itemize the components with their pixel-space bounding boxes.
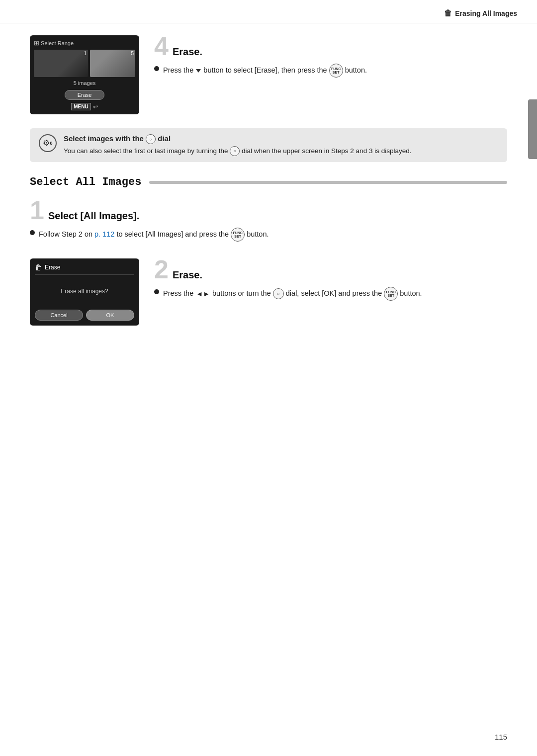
step1-b1-suffix: to select [All Images] and press the [116,230,229,238]
step2-bullet1-text: Press the ◄► buttons or turn the ○ dial,… [163,287,422,301]
header-title-text: Erasing All Images [455,9,517,17]
camera-screen-count: 5 images [34,80,135,86]
arrow-lr-icon: ◄► [196,289,210,299]
bullet-dot-1 [154,66,159,71]
step1-link[interactable]: p. 112 [94,230,114,238]
erase-screen-buttons: Cancel OK [35,310,134,321]
header-title: 🗑 Erasing All Images [444,9,517,18]
step1-title: Select [All Images]. [48,210,139,222]
tip-content: Select images with the ○ dial You can al… [64,134,411,156]
erase-screen: 🗑 Erase Erase all images? Cancel OK [30,258,139,326]
menu-label: MENU [71,103,90,110]
image-num-1: 1 [84,51,87,56]
step1-bullet1-text: Follow Step 2 on p. 112 to select [All I… [39,228,268,242]
step4-title: Erase. [173,46,202,58]
erase-screen-header: 🗑 Erase [35,263,134,275]
step1-heading: 1 Select [All Images]. [30,199,507,222]
image-num-5: 5 [131,51,134,56]
page: 🗑 Erasing All Images ⊞ Select Range 1 [0,0,537,756]
section-heading: Select All Images [30,176,507,188]
section-heading-bar [149,181,507,184]
erasing-icon: 🗑 [444,9,452,18]
tip-icon: ⚙8 [39,134,57,152]
step2-heading: 2 Erase. [154,258,507,281]
step4-b1-end: button. [345,66,367,74]
tip-body-text: You can also select the first or last im… [64,146,411,156]
func-label-2: FUNC [233,231,242,235]
step4-section: ⊞ Select Range 1 5 5 images [30,35,507,114]
func-set-btn-1: FUNC SET [329,64,343,78]
main-content: ⊞ Select Range 1 5 5 images [0,23,537,359]
erase-screen-body: Erase all images? [35,283,134,300]
camera-image-2: 5 [90,50,135,77]
step2-b1-end: button. [400,289,422,297]
erase-screen-icon: 🗑 [35,263,42,271]
cancel-btn[interactable]: Cancel [35,310,83,321]
select-all-steps: 1 Select [All Images]. Follow Step 2 on … [30,199,507,245]
step4-bullet1-text: Press the button to select [Erase], then… [163,64,367,78]
select-range-label: ⊞ Select Range [34,39,74,47]
step1-bullet1: Follow Step 2 on p. 112 to select [All I… [30,228,507,242]
step2-content: 2 Erase. Press the ◄► buttons or turn th… [154,258,507,304]
func-label: FUNC [331,67,341,71]
step2-b1-prefix: Press the [163,289,193,297]
erase-screen-title: Erase [45,264,60,271]
tip-body-prefix: You can also select the first or last im… [64,147,228,155]
func-label-3: FUNC [386,290,396,294]
right-tab [528,99,537,159]
step4-b1-suffix: button to select [Erase], then press the [203,66,327,74]
tip-box: ⚙8 Select images with the ○ dial You can… [30,128,507,162]
bullet-dot-s2 [154,289,159,294]
step2-bullet1: Press the ◄► buttons or turn the ○ dial,… [154,287,507,301]
step2-title: Erase. [173,269,202,281]
func-set-btn-3: FUNC SET [384,287,398,301]
dial-icon: ○ [146,134,156,144]
page-number: 115 [495,733,507,741]
camera-screen-menu: MENU ↩ [34,103,135,110]
step4-bullet1: Press the button to select [Erase], then… [154,64,507,78]
step4-image: ⊞ Select Range 1 5 5 images [30,35,139,114]
arrow-down-icon [196,69,201,73]
func-set-btn-2: FUNC SET [231,228,245,242]
step4-number: 4 [154,35,169,57]
camera-image-1: 1 [34,50,88,77]
tip-title-dial: dial [158,134,171,143]
camera-erase-btn: Erase [65,90,104,100]
step1-content: 1 Select [All Images]. Follow Step 2 on … [30,199,507,245]
set-label: SET [333,71,340,74]
set-label-3: SET [387,294,394,297]
tip-title-text: Select images with the [64,134,146,143]
ok-btn[interactable]: OK [86,310,134,321]
step1-b1-end: button. [247,230,268,238]
camera-screen-images: 1 5 [34,50,135,77]
camera-screen-header: ⊞ Select Range [34,39,135,47]
page-header: 🗑 Erasing All Images [0,0,537,23]
step2-number: 2 [154,258,169,280]
select-all-right: 1 Select [All Images]. Follow Step 2 on … [30,199,507,245]
step2-section: 🗑 Erase Erase all images? Cancel OK 2 [30,258,507,326]
step4-content: 4 Erase. Press the button to select [Era… [154,35,507,81]
tip-body-suffix: dial when the upper screen in Steps 2 an… [242,147,411,155]
step1-b1-prefix: Follow Step 2 on [39,230,92,238]
step4-b1-prefix: Press the [163,66,193,74]
camera-screen: ⊞ Select Range 1 5 5 images [30,35,139,114]
menu-arrow: ↩ [93,103,98,110]
dial-icon-body: ○ [230,146,240,156]
section-heading-text: Select All Images [30,176,141,188]
dial-icon-step2: ○ [273,288,284,299]
set-label-2: SET [234,235,241,238]
step2-b1-mid2: dial, select [OK] and press the [286,289,382,297]
step2-image: 🗑 Erase Erase all images? Cancel OK [30,258,139,326]
tip-title: Select images with the ○ dial [64,134,411,144]
step2-b1-mid: buttons or turn the [212,289,271,297]
erase-question: Erase all images? [61,288,108,295]
bullet-dot-s1 [30,230,35,235]
step4-heading: 4 Erase. [154,35,507,58]
step1-number: 1 [30,199,44,221]
